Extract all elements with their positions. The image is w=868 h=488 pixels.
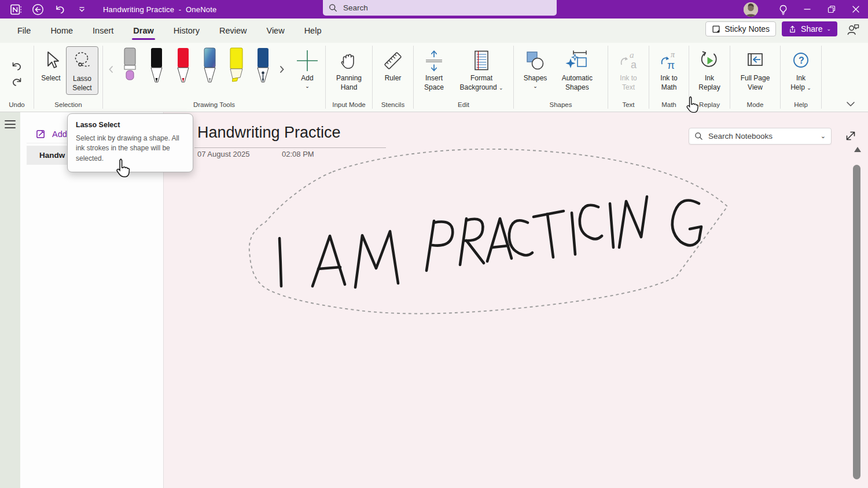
automatic-shapes-button[interactable]: Automatic Shapes — [553, 46, 601, 94]
expand-diagonal-icon[interactable] — [843, 128, 858, 143]
title-bar: Handwriting Practice - OneNote — [0, 0, 868, 19]
undo-quick-button[interactable] — [53, 3, 66, 16]
chevron-down-icon: ⌄ — [305, 84, 310, 89]
search-icon — [329, 3, 337, 12]
ink-to-math-icon: ππ — [657, 48, 681, 73]
group-undo: Undo — [0, 43, 34, 112]
sticky-note-icon — [712, 25, 720, 34]
tab-history[interactable]: History — [172, 23, 201, 39]
hand-cursor — [112, 157, 133, 183]
svg-text:π: π — [667, 59, 675, 71]
window-title: Handwriting Practice - OneNote — [103, 5, 216, 14]
tab-view[interactable]: View — [265, 23, 285, 39]
tab-help[interactable]: Help — [303, 23, 323, 39]
tab-draw[interactable]: Draw — [132, 23, 155, 39]
redo-button[interactable] — [8, 75, 25, 89]
navigation-rail — [0, 112, 20, 488]
lasso-selection-outline — [249, 149, 727, 314]
ink-replay-button[interactable]: Ink Replay — [693, 46, 726, 94]
quick-access-chevron-icon[interactable] — [75, 3, 88, 16]
hamburger-menu-icon[interactable] — [5, 120, 16, 128]
scrollbar-up-arrow[interactable] — [854, 147, 861, 152]
shapes-icon — [524, 48, 547, 73]
tab-insert[interactable]: Insert — [91, 23, 115, 39]
red-pen-tool[interactable] — [170, 46, 196, 90]
group-label-stencils: Stencils — [373, 99, 413, 112]
notebook-search-input[interactable] — [708, 132, 821, 141]
notebook-search-box[interactable]: ⌄ — [689, 128, 832, 145]
contact-feedback-icon[interactable] — [847, 23, 860, 35]
search-input[interactable] — [343, 3, 540, 12]
blue-pen-tool[interactable] — [249, 46, 276, 90]
ruler-icon — [381, 48, 404, 73]
ink-to-text-button: aa Ink to Text — [613, 46, 644, 94]
note-canvas[interactable]: Handwriting Practice 07 August 2025 02:0… — [164, 112, 868, 488]
group-label-shapes: Shapes — [514, 99, 608, 112]
shapes-button[interactable]: Shapes ⌄ — [521, 46, 550, 91]
yellow-highlighter-tool[interactable] — [223, 46, 249, 90]
tab-home[interactable]: Home — [49, 23, 74, 39]
full-page-view-button[interactable]: Full Page View — [734, 46, 776, 94]
close-button[interactable] — [844, 1, 868, 18]
hand-icon — [338, 48, 360, 73]
share-icon — [788, 25, 797, 34]
pen-scroll-right-icon[interactable] — [277, 46, 286, 93]
chevron-down-icon: ⌄ — [499, 85, 503, 91]
ink-replay-icon — [698, 48, 721, 73]
group-shapes: Shapes ⌄ Automatic Shapes Shapes — [514, 43, 608, 112]
select-button[interactable]: Select — [38, 46, 64, 85]
help-icon: ? — [789, 48, 812, 73]
svg-text:?: ? — [799, 56, 804, 65]
tips-lightbulb-icon[interactable] — [771, 1, 795, 18]
galaxy-pen-tool[interactable] — [196, 46, 223, 90]
ink-to-math-button[interactable]: ππ Ink to Math — [653, 46, 685, 94]
undo-button[interactable] — [8, 60, 25, 73]
full-page-view-icon — [744, 48, 767, 73]
chevron-down-icon[interactable]: ⌄ — [821, 133, 826, 139]
ink-to-text-icon: aa — [617, 48, 640, 73]
black-pen-tool[interactable] — [143, 46, 170, 90]
restore-button[interactable] — [819, 1, 844, 18]
handwritten-ink[interactable] — [164, 112, 868, 488]
add-pen-button[interactable]: Add ⌄ — [292, 46, 322, 91]
chevron-down-icon: ⌄ — [533, 84, 538, 89]
eraser-tool[interactable] — [116, 46, 143, 90]
tab-review[interactable]: Review — [218, 23, 248, 39]
menu-bar: File Home Insert Draw History Review Vie… — [0, 19, 868, 43]
group-mode: Full Page View Mode — [730, 43, 780, 112]
group-help: ? Ink Help ⌄ Help — [781, 43, 821, 112]
pen-scroll-left-icon[interactable] — [106, 46, 115, 93]
ink-help-button[interactable]: ? Ink Help ⌄ — [786, 46, 816, 94]
group-label-text: Text — [608, 99, 649, 112]
tab-file[interactable]: File — [16, 23, 32, 39]
add-plus-icon — [295, 48, 319, 73]
ruler-button[interactable]: Ruler — [378, 46, 407, 85]
format-background-button[interactable]: Format Background ⌄ — [454, 46, 509, 94]
share-button[interactable]: Share ⌄ — [782, 21, 837, 36]
avatar[interactable] — [744, 2, 758, 17]
select-cursor-icon — [41, 48, 61, 73]
panning-hand-button[interactable]: Panning Hand — [330, 46, 368, 94]
collapse-ribbon-chevron-icon[interactable] — [846, 101, 855, 107]
group-label-help: Help — [781, 99, 821, 112]
back-button[interactable] — [31, 3, 44, 16]
group-input-mode: Panning Hand Input Mode — [326, 43, 372, 112]
svg-text:a: a — [631, 59, 637, 71]
ribbon: Undo Select Lasso Select Selection — [0, 43, 868, 112]
lasso-select-button[interactable]: Lasso Select — [66, 46, 98, 95]
insert-space-icon — [422, 48, 446, 73]
search-icon — [694, 132, 703, 141]
onenote-app-icon — [9, 3, 22, 16]
chevron-down-icon: ⌄ — [826, 27, 831, 32]
group-drawing-tools: Add ⌄ Drawing Tools — [103, 43, 325, 112]
scrollbar-thumb[interactable] — [853, 165, 860, 479]
group-label-undo: Undo — [0, 99, 34, 112]
minimize-button[interactable] — [795, 1, 819, 18]
titlebar-search[interactable] — [323, 0, 557, 16]
group-label-mode: Mode — [730, 99, 780, 112]
svg-text:a: a — [630, 50, 634, 60]
format-background-icon — [470, 48, 493, 73]
insert-space-button[interactable]: Insert Space — [418, 46, 450, 94]
group-edit: Insert Space Format Background ⌄ Edit — [414, 43, 513, 112]
sticky-notes-button[interactable]: Sticky Notes — [705, 21, 776, 36]
